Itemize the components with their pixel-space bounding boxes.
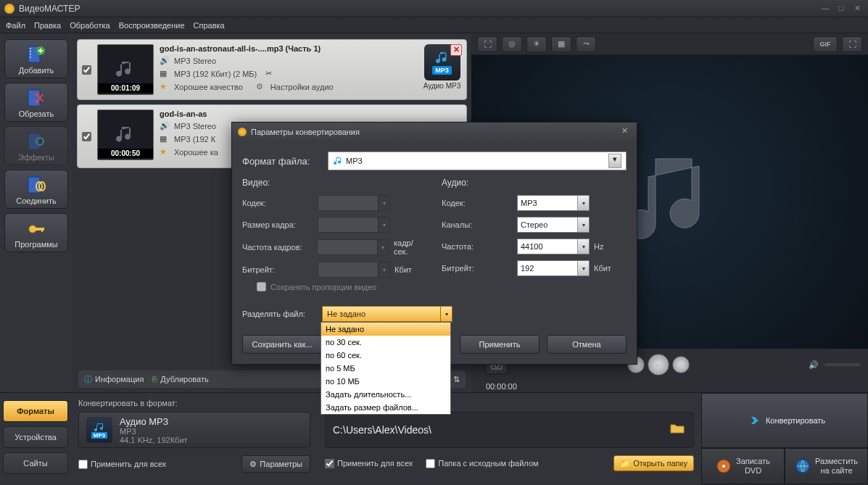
freq-select[interactable]: 44100▾ <box>517 239 590 254</box>
browse-folder-button[interactable] <box>670 423 686 437</box>
svg-point-20 <box>722 465 725 468</box>
format-select[interactable]: MP3 ▾ <box>328 152 627 170</box>
save-footer: Применить для всех Папка с исходным файл… <box>325 455 694 471</box>
speed-icon[interactable]: ⤳ <box>576 36 596 52</box>
file-checkbox[interactable] <box>82 132 91 141</box>
scissors-icon[interactable]: ✂ <box>265 69 276 79</box>
fps-select: ▾ <box>317 239 389 255</box>
crop-icon[interactable]: ⛶ <box>477 36 497 52</box>
minimize-button[interactable]: — <box>819 4 832 14</box>
preview-toolbar: ⛶ ◎ ☀ ▦ ⤳ GIF ⛶ <box>471 33 868 55</box>
convert-button[interactable]: Конвертировать <box>701 393 868 448</box>
chevron-down-icon: ▾ <box>440 307 452 321</box>
svg-rect-15 <box>36 228 44 231</box>
tool-join[interactable]: Соединить <box>4 170 68 209</box>
video-codec-label: Кодек: <box>242 199 313 207</box>
split-option[interactable]: Не задано <box>321 323 450 336</box>
tool-join-label: Соединить <box>16 196 57 205</box>
file-checkbox[interactable] <box>82 65 91 75</box>
video-header: Видео: <box>242 178 427 188</box>
music-note-icon <box>113 57 138 82</box>
file-settings[interactable]: Настройки аудио <box>270 83 334 91</box>
format-footer: Применить для всех ⚙Параметры <box>78 455 310 473</box>
menu-playback[interactable]: Воспроизведение <box>119 21 185 30</box>
source-folder-checkbox[interactable] <box>426 459 435 468</box>
frame-label: Размер кадра: <box>242 220 313 229</box>
audio-bitrate-select[interactable]: 192▾ <box>517 260 590 276</box>
channels-select[interactable]: Стерео▾ <box>517 217 590 233</box>
tool-add[interactable]: Добавить <box>4 39 68 78</box>
info-button[interactable]: ⓘИнформация <box>84 374 144 385</box>
write-dvd-label: Записать DVD <box>736 457 770 476</box>
play-button[interactable]: ▶ <box>648 354 669 376</box>
menu-file[interactable]: Файл <box>6 21 25 30</box>
params-button[interactable]: ⚙Параметры <box>241 455 310 473</box>
sort-button[interactable]: ⇅ <box>453 375 460 384</box>
file-stereo: MP3 Stereo <box>174 57 216 65</box>
split-option[interactable]: по 5 МБ <box>321 362 450 375</box>
write-dvd-button[interactable]: Записать DVD <box>701 448 785 484</box>
dialog-close-button[interactable]: ✕ <box>618 126 631 138</box>
apply-button[interactable]: Применить <box>460 335 540 354</box>
audio-codec-select[interactable]: MP3▾ <box>517 195 590 211</box>
split-option[interactable]: Задать размер файлов... <box>321 401 450 414</box>
fmt-label: MP3 <box>432 66 452 75</box>
format-selector[interactable]: MP3 Аудио MP3MP344,1 KHz, 192Кбит <box>78 412 310 448</box>
save-apply-checkbox[interactable] <box>325 459 334 468</box>
keep-aspect-checkbox <box>257 282 266 291</box>
menu-edit[interactable]: Правка <box>34 21 61 30</box>
split-select[interactable]: Не задано▾ <box>322 306 452 322</box>
file-thumbnail: 00:00:50 <box>97 109 154 160</box>
time-display: 00:00:00 <box>486 382 517 391</box>
app-title: ВидеоМАСТЕР <box>19 4 816 14</box>
close-button[interactable]: ✕ <box>851 4 864 14</box>
svg-rect-16 <box>41 228 43 232</box>
remove-file-button[interactable]: ✕ <box>450 44 462 56</box>
film-icon[interactable]: ▦ <box>551 36 571 52</box>
audio-bitrate-label: Битрейт: <box>442 264 513 273</box>
open-folder-button[interactable]: 📁Открыть папку <box>613 455 694 471</box>
freq-label: Частота: <box>442 242 513 251</box>
maximize-button[interactable]: □ <box>835 4 848 14</box>
volume-icon[interactable]: 🔊 <box>809 360 819 370</box>
split-option[interactable]: по 60 сек. <box>321 349 450 362</box>
tool-cut[interactable]: Обрезать <box>4 83 68 122</box>
tab-devices[interactable]: Устройства <box>3 426 68 448</box>
gif-button[interactable]: GIF <box>813 36 838 52</box>
film-plus-icon <box>8 44 65 65</box>
split-option[interactable]: Задать длительность... <box>321 388 450 401</box>
svg-point-14 <box>29 225 36 233</box>
split-value: Не задано <box>327 310 365 318</box>
file-duration: 00:01:09 <box>98 83 153 93</box>
save-as-button[interactable]: Сохранить как... <box>242 335 322 354</box>
menu-help[interactable]: Справка <box>194 21 225 30</box>
cancel-button[interactable]: Отмена <box>547 335 627 354</box>
tool-programs-label: Программы <box>15 240 57 249</box>
camera-icon[interactable]: ◎ <box>502 36 522 52</box>
publish-button[interactable]: Разместить на сайте <box>785 448 868 484</box>
dialog-body: Формат файла: MP3 ▾ Видео: Кодек:▾ Разме… <box>232 141 637 364</box>
tool-cut-label: Обрезать <box>19 109 54 118</box>
menu-process[interactable]: Обработка <box>70 21 109 30</box>
split-option[interactable]: по 10 МБ <box>321 375 450 388</box>
file-codec: MP3 (192 К <box>174 135 215 144</box>
split-option[interactable]: по 30 сек. <box>321 336 450 349</box>
keep-aspect-row: Сохранять пропорции видео <box>257 282 427 291</box>
tab-formats[interactable]: Форматы <box>3 400 68 422</box>
publish-label: Разместить на сайте <box>815 457 858 476</box>
tab-sites[interactable]: Сайты <box>3 452 68 474</box>
source-folder-label: Папка с исходным файлом <box>438 459 538 468</box>
tool-add-label: Добавить <box>19 66 54 75</box>
fullscreen-icon[interactable]: ⛶ <box>842 36 862 52</box>
volume-slider[interactable] <box>824 363 861 366</box>
duplicate-button[interactable]: ⎘Дублировать <box>152 375 208 384</box>
film-scissors-icon <box>8 88 65 108</box>
next-button[interactable]: ⏭ <box>672 356 690 373</box>
gear-icon[interactable]: ⚙ <box>256 82 266 92</box>
apply-all-checkbox[interactable] <box>78 460 88 469</box>
film-fx-icon <box>8 131 65 152</box>
brightness-icon[interactable]: ☀ <box>526 36 547 52</box>
file-item[interactable]: 00:01:09 god-is-an-astronaut-all-is-....… <box>77 39 467 100</box>
file-thumbnail: 00:01:09 <box>97 44 154 95</box>
tool-programs[interactable]: Программы <box>4 213 68 252</box>
